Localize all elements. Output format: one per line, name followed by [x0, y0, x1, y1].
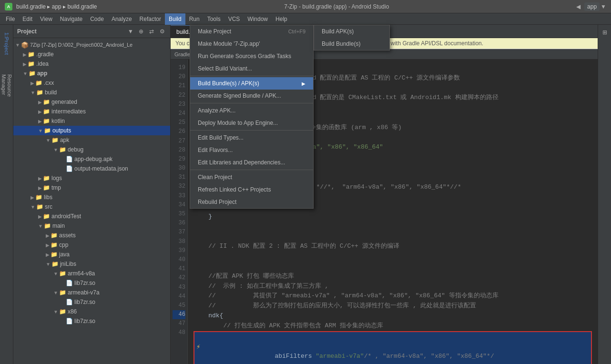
tree-assets-dir[interactable]: ▶ 📁 assets: [13, 231, 170, 240]
code-line-45: // 打包生成的 APK 文件指带包含 ARM 指令集的动态库: [193, 321, 592, 331]
tree-src-dir[interactable]: ▼ 📁 src: [13, 202, 170, 212]
menu-tools[interactable]: Tools: [204, 13, 224, 25]
submenu-build-bundle[interactable]: Build Bundle(s): [314, 38, 389, 50]
build-menu-edit-flavors[interactable]: Edit Flavors...: [190, 144, 313, 156]
menu-window[interactable]: Window: [244, 13, 272, 25]
make-module-label: Make Module '7-Zip.app': [198, 40, 260, 47]
tree-main-dir[interactable]: ▼ 📁 main: [13, 221, 170, 231]
panel-settings-icon[interactable]: ⚙: [158, 27, 166, 36]
tree-outputs-dir[interactable]: ▼ 📁 outputs: [13, 126, 170, 135]
tree-arm64-dir[interactable]: ▼ 📁 arm64-v8a: [13, 269, 170, 278]
tree-jnilibs-dir[interactable]: ▼ 📁 jniLibs: [13, 259, 170, 269]
menu-navigate[interactable]: Navigate: [56, 13, 86, 25]
edit-libraries-label: Edit Libraries and Dependencies...: [198, 159, 285, 166]
code-line-44: ndk{: [193, 311, 592, 321]
app-dropdown[interactable]: ▼: [601, 3, 606, 10]
tree-tmp-dir[interactable]: ▶ 📁 tmp: [13, 183, 170, 192]
build-menu-deploy-module[interactable]: Deploy Module to App Engine...: [190, 117, 313, 129]
code-line-38: [193, 252, 592, 262]
panel-add-icon[interactable]: ⊕: [137, 27, 145, 36]
tree-json-file[interactable]: ▶ 📄 output-metadata.json: [13, 164, 170, 173]
menu-run[interactable]: Run: [185, 13, 204, 25]
build-menu: Make Project Ctrl+F9 Make Module '7-Zip.…: [190, 25, 314, 209]
tree-apk-dir[interactable]: ▼ 📁 apk: [13, 135, 170, 145]
build-menu-clean-project[interactable]: Clean Project: [190, 171, 313, 183]
build-menu-edit-libraries[interactable]: Edit Libraries and Dependencies...: [190, 156, 313, 169]
tree-gradle-dir[interactable]: ▶ 📁 .gradle: [13, 50, 170, 59]
tree-cxx-dir[interactable]: ▶ 📁 .cxx: [13, 78, 170, 88]
tree-app-dir[interactable]: ▼ 📁 app: [13, 69, 170, 78]
tree-debug-dir[interactable]: ▼ 📁 debug: [13, 145, 170, 154]
build-menu-run-generate[interactable]: Run Generate Sources Gradle Tasks: [190, 50, 313, 62]
build-submenu: Build APK(s) Build Bundle(s): [314, 25, 390, 51]
sidebar-right-icon-1[interactable]: ⊞: [599, 27, 611, 38]
gutter-warning-icon: ⚡: [196, 342, 200, 352]
build-bundle-label: Build Bundle(s) / APK(s): [198, 80, 259, 87]
build-menu-build-bundle[interactable]: Build Bundle(s) / APK(s) ▶: [190, 77, 313, 90]
menu-help[interactable]: Help: [272, 13, 291, 25]
rebuild-project-label: Rebuild Project: [198, 199, 236, 205]
tree-idea-dir[interactable]: ▶ 📁 .idea: [13, 59, 170, 69]
tree-kotlin-dir[interactable]: ▶ 📁 kotlin: [13, 116, 170, 126]
menu-vcs[interactable]: VCS: [224, 13, 244, 25]
sidebar-resource-label[interactable]: Resource Manager: [0, 72, 13, 111]
build-menu-rebuild-project[interactable]: Rebuild Project: [190, 196, 313, 208]
menu-bar: File Edit View Navigate Code Analyze Ref…: [0, 13, 611, 25]
sidebar-left: 1:Project Resource Manager: [0, 25, 13, 364]
clean-project-label: Clean Project: [198, 174, 232, 181]
breadcrumb-filename: build.gradle: [67, 3, 97, 10]
code-line-41: // 示例 : 如在工程中集成了第三方库 ,: [193, 282, 592, 292]
code-line-35: [193, 222, 592, 232]
app-label[interactable]: app: [584, 2, 600, 11]
sidebar-project-label[interactable]: 1:Project: [0, 25, 13, 63]
build-menu-select-variant[interactable]: Select Build Variant...: [190, 62, 313, 75]
panel-title: Project: [17, 28, 124, 35]
menu-build[interactable]: Build: [165, 13, 185, 25]
build-menu-sep1: [190, 76, 313, 76]
build-menu-refresh-linked[interactable]: Refresh Linked C++ Projects: [190, 183, 313, 196]
build-menu-edit-build-types[interactable]: Edit Build Types...: [190, 131, 313, 144]
build-menu-make-project[interactable]: Make Project Ctrl+F9: [190, 25, 313, 38]
menu-view[interactable]: View: [36, 13, 56, 25]
panel-dropdown[interactable]: ▼: [126, 27, 135, 36]
tree-logs-dir[interactable]: ▶ 📁 logs: [13, 173, 170, 183]
menu-edit[interactable]: Edit: [19, 13, 36, 25]
breadcrumb-gradle: build.gradle: [16, 3, 46, 10]
tree-armeabi-dir[interactable]: ▼ 📁 armeabi-v7a: [13, 288, 170, 297]
menu-refactor[interactable]: Refactor: [136, 13, 165, 25]
panel-sync-icon[interactable]: ⇄: [147, 27, 156, 36]
make-project-shortcut: Ctrl+F9: [288, 29, 306, 34]
menu-code[interactable]: Code: [86, 13, 108, 25]
build-menu-make-module[interactable]: Make Module '7-Zip.app': [190, 38, 313, 50]
line-numbers: 19 20 21 22 23 24 25 26 27 28 29 30 31 3…: [171, 60, 188, 364]
submenu-arrow-icon: ▶: [302, 81, 306, 86]
edit-build-types-label: Edit Build Types...: [198, 134, 244, 141]
file-tree: ▼ 📦 7Zip [7-Zip] D:\002_Project\002_Andr…: [13, 38, 170, 364]
project-panel-header: Project ▼ ⊕ ⇄ ⚙: [13, 25, 170, 38]
menu-analyze[interactable]: Analyze: [108, 13, 136, 25]
tree-lib7zr-x86[interactable]: ▶ 📄 lib7zr.so: [13, 316, 170, 326]
code-line-39: [193, 262, 592, 272]
tree-lib7zr-armeabi[interactable]: ▶ 📄 lib7zr.so: [13, 297, 170, 307]
tree-generated-dir[interactable]: ▶ 📁 generated: [13, 97, 170, 107]
submenu-build-apk[interactable]: Build APK(s): [314, 25, 389, 38]
sidebar-right: ⊞: [598, 25, 611, 364]
tree-cpp-dir[interactable]: ▶ 📁 cpp: [13, 240, 170, 250]
tree-libs-dir[interactable]: ▶ 📁 libs: [13, 192, 170, 202]
tree-androidtest-dir[interactable]: ▶ 📁 androidTest: [13, 212, 170, 221]
menu-file[interactable]: File: [2, 13, 19, 25]
tree-apk-file[interactable]: ▶ 📄 app-debug.apk: [13, 154, 170, 164]
analyze-apk-label: Analyze APK...: [198, 107, 235, 114]
code-line-42: // 其提供了 "armeabi-v7a" , "arm64-v8a", "x8…: [193, 291, 592, 301]
tree-intermediates-dir[interactable]: ▶ 📁 intermediates: [13, 107, 170, 116]
tree-build-dir[interactable]: ▼ 📁 build: [13, 88, 170, 97]
breadcrumb-gradle: Gradle: [174, 51, 190, 57]
deploy-module-label: Deploy Module to App Engine...: [198, 120, 278, 126]
tree-x86-dir[interactable]: ▼ 📁 x86: [13, 307, 170, 316]
build-menu-generate-signed[interactable]: Generate Signed Bundle / APK...: [190, 90, 313, 102]
tree-root[interactable]: ▼ 📦 7Zip [7-Zip] D:\002_Project\002_Andr…: [13, 40, 170, 50]
tree-lib7zr-arm64[interactable]: ▶ 📄 lib7zr.so: [13, 278, 170, 288]
tree-java-dir[interactable]: ▶ 📁 java: [13, 250, 170, 259]
build-menu-analyze-apk[interactable]: Analyze APK...: [190, 104, 313, 117]
nav-back[interactable]: ◀: [576, 3, 580, 10]
